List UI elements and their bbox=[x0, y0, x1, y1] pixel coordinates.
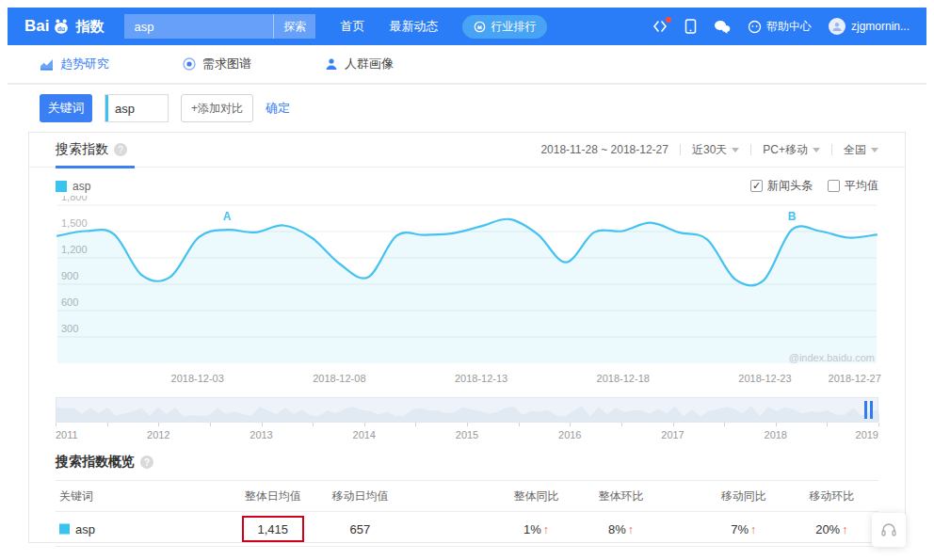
username: zjgmornin... bbox=[851, 20, 910, 33]
table-header: 关键词 整体日均值 移动日均值 整体同比 整体环比 移动同比 移动环比 bbox=[56, 480, 878, 512]
overall-mom-value: 8%↑ bbox=[608, 522, 634, 536]
timeline-slider[interactable] bbox=[56, 397, 878, 423]
baidu-index-page: Bai du 指数 探索 首页 最新动态 行业排行 bbox=[0, 0, 934, 560]
person-icon bbox=[325, 57, 338, 71]
help-center[interactable]: 帮助中心 bbox=[748, 19, 812, 35]
row-color-swatch bbox=[59, 524, 70, 535]
chart-checkboxes: ✓ 新闻头条 平均值 bbox=[750, 178, 878, 194]
wechat-icon[interactable] bbox=[714, 20, 731, 34]
search-index-card: 搜索指数 ? 2018-11-28 ~ 2018-12-27 近30天 PC+移… bbox=[28, 132, 906, 543]
date-range-control[interactable]: 2018-11-28 ~ 2018-12-27 bbox=[540, 143, 668, 156]
nav-home[interactable]: 首页 bbox=[340, 18, 364, 35]
keyword-label-button[interactable]: 关键词 bbox=[40, 94, 92, 122]
rise-arrow-icon: ↑ bbox=[750, 522, 756, 536]
help-question-icon[interactable]: ? bbox=[114, 143, 127, 156]
add-compare-button[interactable]: +添加对比 bbox=[181, 94, 253, 122]
user-avatar-icon bbox=[829, 18, 845, 35]
timeline-ticks bbox=[56, 423, 878, 427]
legend-color-swatch bbox=[56, 181, 67, 192]
rise-arrow-icon: ↑ bbox=[543, 522, 549, 536]
timeline-sparkline bbox=[56, 398, 879, 422]
tab-audience-profile[interactable]: 人群画像 bbox=[325, 56, 394, 72]
trend-chart-icon bbox=[40, 58, 54, 71]
col-overall-mom: 整体环比 bbox=[598, 488, 643, 504]
trend-chart[interactable]: 1,8001,5001,200900600300AB @index.baidu.… bbox=[56, 196, 878, 388]
api-code-icon[interactable] bbox=[652, 20, 668, 33]
overview-title: 搜索指数概览 ? bbox=[56, 454, 878, 471]
mobile-daily-avg-value: 657 bbox=[350, 522, 371, 536]
headset-icon bbox=[880, 521, 897, 538]
checkbox-news-headlines[interactable]: ✓ 新闻头条 bbox=[750, 178, 813, 194]
logo-suffix: 指数 bbox=[75, 18, 104, 36]
col-overall-yoy: 整体同比 bbox=[513, 488, 558, 504]
confirm-link[interactable]: 确定 bbox=[266, 100, 290, 117]
svg-text:1,500: 1,500 bbox=[61, 217, 88, 229]
user-account[interactable]: zjgmornin... bbox=[829, 18, 910, 35]
x-axis-labels: 2018-12-032018-12-082018-12-132018-12-18… bbox=[56, 373, 878, 388]
checkbox-unchecked-icon bbox=[828, 180, 840, 192]
slider-handle-right[interactable] bbox=[870, 401, 873, 419]
svg-text:1,800: 1,800 bbox=[61, 196, 88, 202]
baidu-index-logo[interactable]: Bai du 指数 bbox=[24, 16, 104, 37]
region-dropdown[interactable]: 全国 bbox=[844, 142, 878, 158]
header-search-input[interactable] bbox=[124, 14, 273, 39]
overall-yoy-value: 1%↑ bbox=[523, 522, 549, 536]
mobile-mom-value: 20%↑ bbox=[815, 522, 847, 536]
section-tabs: 趋势研究 需求图谱 人群画像 bbox=[8, 45, 926, 85]
trend-line-chart: 1,8001,5001,200900600300AB bbox=[56, 196, 880, 369]
timespan-dropdown[interactable]: 近30天 bbox=[692, 142, 739, 158]
table-row: asp 1,415 657 1%↑ 8%↑ 7%↑ 20%↑ bbox=[56, 512, 878, 547]
col-overall-daily-avg: 整体日均值 bbox=[245, 488, 301, 504]
tab-trend-research[interactable]: 趋势研究 bbox=[40, 56, 109, 72]
svg-text:B: B bbox=[788, 210, 797, 223]
customer-service-button[interactable] bbox=[872, 513, 906, 547]
col-mobile-daily-avg: 移动日均值 bbox=[331, 488, 388, 504]
legend-item-asp: asp bbox=[56, 180, 90, 193]
header-nav: 首页 最新动态 行业排行 bbox=[340, 15, 547, 39]
chevron-down-icon bbox=[813, 148, 820, 152]
top-header: Bai du 指数 探索 首页 最新动态 行业排行 bbox=[8, 8, 926, 45]
col-keyword: 关键词 bbox=[59, 488, 93, 504]
row-keyword: asp bbox=[59, 522, 95, 536]
nav-industry-ranking[interactable]: 行业排行 bbox=[462, 15, 547, 39]
active-tab-indicator bbox=[56, 166, 135, 168]
help-chat-icon bbox=[748, 20, 762, 34]
tab-demand-graph[interactable]: 需求图谱 bbox=[183, 56, 251, 72]
header-icons: 帮助中心 zjgmornin... bbox=[652, 18, 910, 35]
mobile-yoy-value: 7%↑ bbox=[731, 522, 756, 536]
watermark: @index.baidu.com bbox=[789, 352, 875, 363]
index-overview: 搜索指数概览 ? 关键词 整体日均值 移动日均值 整体同比 整体环比 移动同比 … bbox=[56, 454, 878, 547]
svg-text:du: du bbox=[58, 25, 66, 32]
checkbox-checked-icon: ✓ bbox=[750, 180, 763, 192]
paw-icon: du bbox=[51, 16, 72, 37]
checkbox-average[interactable]: 平均值 bbox=[828, 178, 878, 194]
keyword-input-wrap bbox=[105, 94, 169, 122]
col-mobile-mom: 移动环比 bbox=[809, 488, 854, 504]
device-dropdown[interactable]: PC+移动 bbox=[763, 142, 820, 158]
chart-controls: 2018-11-28 ~ 2018-12-27 近30天 PC+移动 全国 bbox=[540, 142, 878, 158]
legend-row: asp ✓ 新闻头条 平均值 bbox=[29, 168, 905, 196]
notification-dot bbox=[666, 17, 671, 23]
mobile-app-icon[interactable] bbox=[684, 19, 697, 34]
keyword-bar: 关键词 +添加对比 确定 bbox=[40, 94, 290, 122]
overall-daily-avg-value: 1,415 bbox=[257, 522, 288, 536]
help-question-icon[interactable]: ? bbox=[140, 456, 153, 469]
col-mobile-yoy: 移动同比 bbox=[721, 488, 766, 504]
header-search-button[interactable]: 探索 bbox=[273, 14, 315, 39]
card-title: 搜索指数 ? bbox=[56, 141, 127, 158]
header-search: 探索 bbox=[124, 14, 315, 39]
chevron-down-icon bbox=[871, 148, 878, 152]
rise-arrow-icon: ↑ bbox=[842, 522, 847, 536]
ranking-medal-icon bbox=[474, 21, 486, 33]
logo-bai: Bai bbox=[24, 17, 49, 36]
rise-arrow-icon: ↑ bbox=[628, 522, 634, 536]
timeline-year-labels: 201120122013201420152016201720182019 bbox=[56, 429, 878, 442]
card-header: 搜索指数 ? 2018-11-28 ~ 2018-12-27 近30天 PC+移… bbox=[29, 133, 905, 168]
keyword-input[interactable] bbox=[105, 95, 168, 121]
demand-graph-icon bbox=[183, 57, 196, 71]
slider-handle-left[interactable] bbox=[864, 401, 867, 419]
nav-latest-news[interactable]: 最新动态 bbox=[389, 18, 438, 35]
svg-text:A: A bbox=[223, 210, 232, 223]
chevron-down-icon bbox=[732, 148, 739, 152]
